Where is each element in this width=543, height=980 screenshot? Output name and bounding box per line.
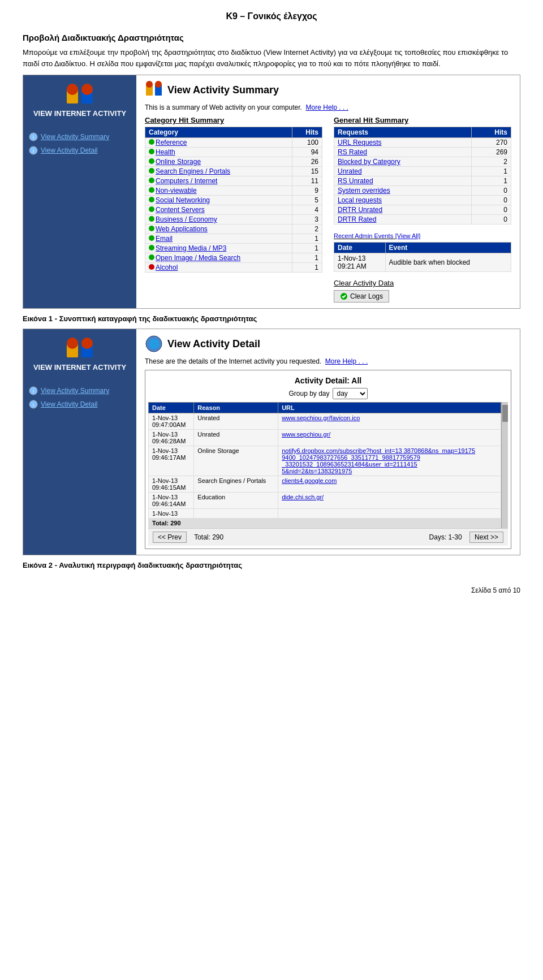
intro-text: Μπορούμε να επιλέξουμε την προβολή της δ… — [23, 47, 520, 69]
category-hits: 100 — [292, 138, 322, 148]
days-label-container: Days: 1-30 Next >> — [429, 532, 503, 543]
table-row: 1-Nov-13 — [149, 509, 501, 519]
status-dot-icon — [149, 158, 154, 164]
status-dot-icon — [149, 235, 154, 241]
detail-reason: Unrated — [194, 430, 278, 446]
detail-cell — [194, 509, 278, 519]
category-link[interactable]: Business / Economy — [156, 215, 217, 223]
detail-url-link[interactable]: clients4.google.com — [282, 477, 337, 484]
summary-title: View Activity Summary — [167, 84, 279, 96]
table-row: 1-Nov-1309:46:15AMSearch Engines / Porta… — [149, 476, 501, 493]
recent-admin: Recent Admin Events [View All] Date Even… — [334, 231, 511, 272]
category-link[interactable]: Reference — [156, 139, 187, 146]
more-help-link[interactable]: More Help . . . — [306, 103, 348, 111]
clear-logs-button[interactable]: Clear Logs — [334, 290, 389, 303]
detail-reason: Education — [194, 493, 278, 509]
status-dot-icon — [149, 264, 154, 270]
detail-url-link[interactable]: notify6.dropbox.com/subscribe?host_int=1… — [282, 447, 475, 474]
page-title: Κ9 – Γονικός έλεγχος — [23, 11, 520, 21]
sidebar-title-2: VIEW INTERNET ACTIVITY — [23, 363, 136, 381]
detail-col-date: Date — [149, 403, 194, 413]
status-dot-icon — [149, 197, 154, 202]
general-hit-table: General Hit Summary Requests Hits URL Re… — [334, 116, 511, 303]
category-link[interactable]: Web Applications — [156, 225, 208, 233]
detail-date: 1-Nov-1309:46:15AM — [149, 476, 194, 493]
table-row: RS Rated269 — [334, 148, 511, 157]
category-hits: 15 — [292, 167, 322, 176]
category-link[interactable]: Alcohol — [156, 264, 178, 271]
total-text: Total: 290 — [194, 533, 223, 541]
detail-more-help[interactable]: More Help . . . — [325, 357, 368, 365]
table-row: Social Networking5 — [145, 196, 322, 205]
category-link[interactable]: Content Servers — [156, 206, 205, 214]
next-button[interactable]: Next >> — [469, 532, 503, 543]
detail-activity-icon: 🌐 — [145, 335, 163, 353]
footer-page: Σελίδα 5 από 10 — [23, 586, 520, 594]
detail-url-link[interactable]: www.sepchiou.gr/favicon.ico — [282, 415, 360, 421]
group-by-select[interactable]: day week month — [333, 388, 368, 399]
status-dot-icon — [149, 187, 154, 193]
general-link[interactable]: Local requests — [338, 196, 382, 204]
sidebar: VIEW INTERNET ACTIVITY i View Activity S… — [23, 75, 136, 308]
clear-logs-icon — [340, 292, 348, 300]
tables-row: Category Hit Summary Category Hits Refer… — [145, 116, 511, 303]
svg-point-16 — [81, 338, 93, 349]
general-hits: 0 — [471, 186, 511, 196]
general-link[interactable]: Unrated — [338, 167, 362, 175]
table-row: Unrated1 — [334, 167, 511, 176]
col-requests: Requests — [334, 127, 472, 138]
table-row: 1-Nov-1309:47:00AMUnratedwww.sepchiou.gr… — [149, 413, 501, 430]
detail-title: View Activity Detail — [167, 338, 260, 350]
table-row: System overrides0 — [334, 186, 511, 196]
category-link[interactable]: Health — [156, 148, 175, 156]
scrollbar[interactable] — [501, 402, 508, 528]
detail-url-link[interactable]: dide.chi.sch.gr/ — [282, 494, 324, 500]
general-link[interactable]: Blocked by Category — [338, 158, 400, 166]
status-dot-icon — [149, 216, 154, 222]
table-row: Online Storage26 — [145, 157, 322, 167]
category-link[interactable]: Social Networking — [156, 196, 210, 204]
gen-hit-title: General Hit Summary — [334, 116, 511, 124]
detail-main: 🌐 View Activity Detail These are the det… — [136, 329, 520, 555]
sidebar-item-summary[interactable]: i View Activity Summary — [23, 130, 136, 144]
category-link[interactable]: Online Storage — [156, 158, 201, 166]
category-hits: 1 — [292, 234, 322, 244]
detail-col-url: URL — [278, 403, 501, 413]
view-all-link[interactable]: [View All] — [395, 232, 420, 239]
category-link[interactable]: Streaming Media / MP3 — [156, 244, 226, 252]
general-hits: 270 — [471, 138, 511, 148]
general-link[interactable]: RS Rated — [338, 148, 367, 156]
detail-header: 🌐 View Activity Detail — [145, 335, 511, 353]
status-dot-icon — [149, 168, 154, 174]
view-header: View Activity Summary — [145, 81, 511, 99]
general-link[interactable]: DRTR Unrated — [338, 206, 382, 214]
table-row: DRTR Rated0 — [334, 215, 511, 225]
category-link[interactable]: Search Engines / Portals — [156, 167, 230, 175]
detail-date: 1-Nov-1309:46:14AM — [149, 493, 194, 509]
prev-button[interactable]: << Prev — [153, 532, 187, 543]
table-row: Reference100 — [145, 138, 322, 148]
view-activity-icon — [145, 81, 163, 99]
category-link[interactable]: Computers / Internet — [156, 177, 217, 185]
nav-detail-icon: i — [29, 146, 38, 155]
general-link[interactable]: System overrides — [338, 187, 390, 195]
category-link[interactable]: Non-viewable — [156, 187, 197, 195]
sidebar-item-summary-2[interactable]: i View Activity Summary — [23, 384, 136, 398]
category-link[interactable]: Email — [156, 235, 173, 243]
general-link[interactable]: DRTR Rated — [338, 215, 376, 223]
cat-hit-title: Category Hit Summary — [145, 116, 322, 124]
general-link[interactable]: RS Unrated — [338, 177, 373, 185]
sidebar-item-detail[interactable]: i View Activity Detail — [23, 144, 136, 157]
detail-url-link[interactable]: www.sepchiou.gr/ — [282, 431, 330, 438]
general-hits: 0 — [471, 215, 511, 225]
general-link[interactable]: URL Requests — [338, 139, 382, 146]
general-hits: 269 — [471, 148, 511, 157]
detail-reason: Unrated — [194, 413, 278, 430]
table-row: URL Requests270 — [334, 138, 511, 148]
section-title: Προβολή Διαδικτυακής Δραστηριότητας — [23, 33, 520, 42]
category-link[interactable]: Open Image / Media Search — [156, 254, 240, 262]
sidebar-item-detail-2[interactable]: i View Activity Detail — [23, 398, 136, 411]
svg-point-11 — [155, 81, 162, 88]
detail-reason: Online Storage — [194, 446, 278, 476]
total-label: << Prev Total: 290 — [153, 532, 223, 543]
